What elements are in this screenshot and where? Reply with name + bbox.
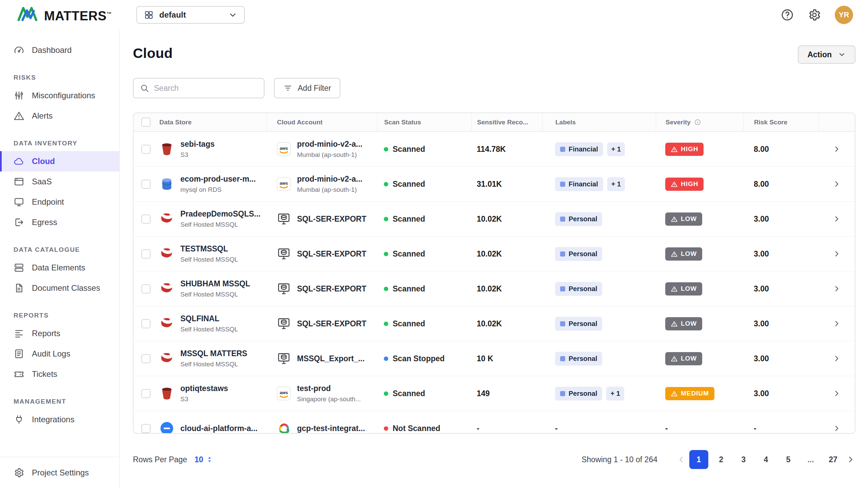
add-filter-button[interactable]: Add Filter [274, 78, 340, 98]
warning-triangle-icon [671, 146, 678, 153]
row-checkbox[interactable] [141, 354, 151, 363]
sidebar-item-alerts[interactable]: Alerts [0, 106, 119, 126]
row-checkbox[interactable] [141, 424, 151, 433]
scan-status-text: Scanned [393, 319, 425, 328]
pager-ellipsis: ... [801, 450, 820, 469]
workspace-selector[interactable]: default [136, 6, 245, 24]
label-color-square [560, 321, 565, 326]
scan-status-dot [384, 426, 388, 431]
page-button-1[interactable]: 1 [689, 450, 708, 469]
label-pill: Personal [555, 282, 602, 296]
row-checkbox[interactable] [141, 319, 151, 328]
data-store-name: PradeepDemoSQLS... [180, 209, 260, 219]
row-chevron-icon[interactable] [832, 215, 841, 223]
search-input[interactable] [154, 84, 258, 93]
row-checkbox[interactable] [141, 284, 151, 293]
row-chevron-icon[interactable] [832, 424, 841, 433]
labels-cell: Personal [542, 282, 656, 296]
sidebar-item-integrations[interactable]: Integrations [0, 409, 119, 430]
sidebar-item-label: Alerts [32, 111, 53, 121]
table-row[interactable]: optiqtestaws S3 aws test-prod Singapore … [134, 376, 855, 411]
table-row[interactable]: MSSQL MATTERS Self Hosted MSSQL MSSQL_Ex… [134, 341, 855, 376]
warning-triangle-icon [671, 390, 678, 397]
row-chevron-icon[interactable] [832, 284, 841, 293]
table-row[interactable]: ecom-prod-user-m... mysql on RDS aws pro… [134, 167, 855, 202]
sidebar-item-label: Project Settings [32, 468, 89, 477]
cloud-account-name: test-prod [297, 384, 361, 393]
table-row[interactable]: sebi-tags S3 aws prod-minio-v2-a... Mumb… [134, 132, 855, 167]
table-row[interactable]: SQLFINAL Self Hosted MSSQL SQL-SER-EXPOR… [134, 306, 855, 341]
label-pill: Personal [555, 352, 602, 366]
sidebar-item-document-classes[interactable]: Document Classes [0, 278, 119, 298]
page-button-2[interactable]: 2 [712, 450, 731, 469]
sidebar-item-project-settings[interactable]: Project Settings [0, 463, 119, 483]
add-filter-label: Add Filter [298, 84, 331, 93]
sidebar-item-endpoint[interactable]: Endpoint [0, 192, 119, 212]
rows-per-page-selector[interactable]: 10 [195, 455, 214, 464]
scan-status-dot [384, 356, 388, 361]
sidebar-item-cloud[interactable]: Cloud [0, 151, 119, 171]
sidebar-section-title: MANAGEMENT [0, 398, 119, 405]
table-row[interactable]: TESTMSSQL Self Hosted MSSQL SQL-SER-EXPO… [134, 237, 855, 271]
sidebar-item-tickets[interactable]: Tickets [0, 364, 119, 384]
workspace-grid-icon [144, 10, 154, 20]
row-checkbox[interactable] [141, 145, 151, 154]
table-row[interactable]: PradeepDemoSQLS... Self Hosted MSSQL SQL… [134, 202, 855, 237]
page-button-5[interactable]: 5 [779, 450, 798, 469]
select-all-checkbox[interactable] [141, 118, 151, 127]
row-chevron-icon[interactable] [832, 319, 841, 328]
document-classes-icon [14, 283, 24, 293]
sidebar-item-misconfigurations[interactable]: Misconfigurations [0, 85, 119, 106]
svg-text:aws: aws [280, 146, 288, 151]
sidebar-item-egress[interactable]: Egress [0, 212, 119, 232]
table-row[interactable]: SHUBHAM MSSQL Self Hosted MSSQL SQL-SER-… [134, 271, 855, 306]
user-avatar[interactable]: YR [835, 6, 853, 24]
page-button-3[interactable]: 3 [734, 450, 753, 469]
row-chevron-icon[interactable] [832, 145, 841, 154]
table-header: Data Store Cloud Account Scan Status Sen… [134, 113, 855, 132]
help-icon[interactable] [781, 8, 794, 22]
row-checkbox[interactable] [141, 180, 151, 189]
warning-triangle-icon [671, 320, 678, 327]
row-chevron-icon[interactable] [832, 354, 841, 363]
row-chevron-icon[interactable] [832, 249, 841, 258]
scan-status-text: Scanned [393, 389, 425, 398]
sidebar-item-reports[interactable]: Reports [0, 323, 119, 344]
previous-page-icon[interactable] [676, 455, 686, 464]
filter-icon [283, 84, 292, 93]
action-button[interactable]: Action [798, 45, 855, 64]
trademark-symbol: ™ [106, 11, 112, 17]
sidebar-item-label: Tickets [32, 369, 57, 379]
app-root: MATTERS™ default YR Dashboard RISKS Misc… [0, 0, 868, 489]
audit-logs-icon [14, 348, 24, 359]
scan-status-text: Scanned [393, 215, 425, 224]
severity-badge: MEDIUM [665, 387, 714, 400]
risk-score: 3.00 [744, 215, 818, 224]
sensitive-records-count: 10 K [471, 354, 542, 363]
sidebar-item-data-elements[interactable]: Data Elements [0, 258, 119, 278]
row-checkbox[interactable] [141, 389, 151, 398]
sidebar-section: DATA INVENTORY Cloud SaaS Endpoint Egres… [0, 140, 119, 232]
cloud-account-name: MSSQL_Export_... [297, 354, 364, 363]
tickets-icon [14, 369, 24, 380]
next-page-icon[interactable] [846, 455, 855, 464]
page-button-4[interactable]: 4 [756, 450, 775, 469]
mssql-icon [159, 281, 174, 296]
sidebar-item-saas[interactable]: SaaS [0, 171, 119, 192]
sidebar-bottom: Project Settings [0, 457, 119, 489]
server-icon [277, 212, 291, 226]
row-chevron-icon[interactable] [832, 180, 841, 188]
scan-status-text: Scanned [393, 145, 425, 154]
scan-status-dot [384, 182, 388, 186]
row-checkbox[interactable] [141, 215, 151, 224]
gcp-ai-icon [159, 421, 174, 434]
row-checkbox[interactable] [141, 249, 151, 259]
sidebar-item-audit-logs[interactable]: Audit Logs [0, 344, 119, 364]
table-row[interactable]: cloud-ai-platform-a... gcp-test-integrat… [134, 411, 855, 434]
sidebar-item-dashboard[interactable]: Dashboard [0, 40, 119, 60]
sidebar-section: REPORTS Reports Audit Logs Tickets [0, 312, 119, 384]
risk-score: - [744, 424, 818, 433]
page-button-27[interactable]: 27 [824, 450, 843, 469]
settings-gear-icon[interactable] [808, 8, 821, 22]
row-chevron-icon[interactable] [832, 389, 841, 398]
